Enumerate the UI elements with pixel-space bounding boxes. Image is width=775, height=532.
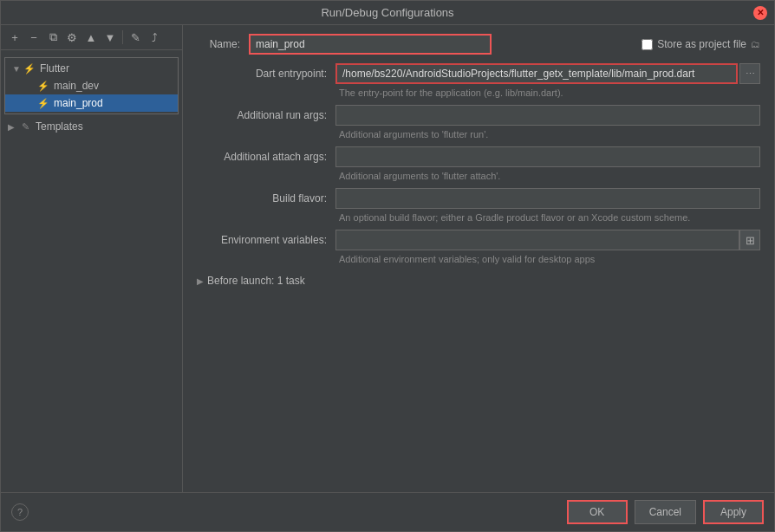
bottom-left: ? xyxy=(11,503,29,521)
left-panel: + − ⧉ ⚙ ▲ ▼ ✎ ⤴ ▼ ⚡ Flutter xyxy=(1,25,183,492)
flutter-group-label: Flutter xyxy=(40,62,69,75)
bottom-bar: ? OK Cancel Apply xyxy=(1,492,774,531)
tree-item-flutter[interactable]: ▼ ⚡ Flutter xyxy=(5,60,178,77)
env-variables-label: Environment variables: xyxy=(197,234,335,246)
remove-config-button[interactable]: − xyxy=(25,29,42,46)
main-area: + − ⧉ ⚙ ▲ ▼ ✎ ⤴ ▼ ⚡ Flutter xyxy=(1,25,774,492)
templates-arrow: ▶ xyxy=(8,122,18,132)
templates-icon: ✎ xyxy=(18,120,32,133)
move-down-button[interactable]: ▼ xyxy=(101,29,119,46)
env-variables-input[interactable] xyxy=(335,230,739,250)
name-input-wrapper: Store as project file 🗂 xyxy=(249,34,760,55)
name-row: Name: Store as project file 🗂 xyxy=(197,34,760,55)
store-as-project-row: Store as project file 🗂 xyxy=(641,38,760,50)
run-debug-configurations-dialog: Run/Debug Configurations ✕ + − ⧉ ⚙ ▲ ▼ ✎… xyxy=(0,0,775,532)
build-flavor-label: Build flavor: xyxy=(197,192,335,204)
env-variables-row: Environment variables: ⊞ xyxy=(197,230,760,250)
dart-entrypoint-input[interactable] xyxy=(335,63,738,84)
ok-button[interactable]: OK xyxy=(567,500,628,524)
flutter-group: ▼ ⚡ Flutter ⚡ main_dev ⚡ main_prod xyxy=(4,57,179,114)
build-flavor-input[interactable] xyxy=(335,188,760,209)
build-flavor-row: Build flavor: xyxy=(197,188,760,209)
tree-item-main-dev[interactable]: ⚡ main_dev xyxy=(5,77,178,94)
dart-icon-main-prod: ⚡ xyxy=(36,96,50,110)
settings-button[interactable]: ⚙ xyxy=(63,29,81,46)
help-button[interactable]: ? xyxy=(11,503,29,521)
env-variables-hint: Additional environment variables; only v… xyxy=(335,254,760,264)
additional-attach-args-input[interactable] xyxy=(335,146,760,167)
config-tree: ▼ ⚡ Flutter ⚡ main_dev ⚡ main_prod xyxy=(1,50,182,492)
toolbar: + − ⧉ ⚙ ▲ ▼ ✎ ⤴ xyxy=(1,25,182,50)
before-launch-label: Before launch: 1 task xyxy=(207,275,305,287)
apply-button[interactable]: Apply xyxy=(703,500,764,524)
right-panel: Name: Store as project file 🗂 Dart entry… xyxy=(183,25,774,492)
dart-entrypoint-input-wrapper: ⋯ xyxy=(335,63,760,84)
dart-entrypoint-browse-button[interactable]: ⋯ xyxy=(739,63,760,84)
edit-before-run-button[interactable]: ✎ xyxy=(127,29,144,46)
additional-run-args-label: Additional run args: xyxy=(197,109,335,121)
dart-entrypoint-row: Dart entrypoint: ⋯ xyxy=(197,63,760,84)
store-as-project-checkbox[interactable] xyxy=(641,39,653,50)
move-up-button[interactable]: ▲ xyxy=(82,29,100,46)
additional-attach-args-hint: Additional arguments to 'flutter attach'… xyxy=(335,171,760,181)
env-variables-browse-button[interactable]: ⊞ xyxy=(739,230,760,250)
tree-item-templates[interactable]: ▶ ✎ Templates xyxy=(1,118,182,135)
copy-config-button[interactable]: ⧉ xyxy=(44,29,62,46)
main-prod-label: main_prod xyxy=(54,97,103,109)
additional-attach-args-label: Additional attach args: xyxy=(197,151,335,163)
flutter-icon: ⚡ xyxy=(23,62,36,75)
templates-label: Templates xyxy=(36,120,83,133)
env-variables-input-wrapper: ⊞ xyxy=(335,230,760,250)
main-dev-label: main_dev xyxy=(54,80,99,92)
additional-attach-args-row: Additional attach args: xyxy=(197,146,760,167)
share-button[interactable]: ⤴ xyxy=(146,29,163,46)
additional-run-args-row: Additional run args: xyxy=(197,105,760,126)
dart-entrypoint-label: Dart entrypoint: xyxy=(197,68,335,80)
toolbar-divider xyxy=(122,30,123,44)
name-label: Name: xyxy=(197,38,249,50)
close-button[interactable]: ✕ xyxy=(753,6,767,20)
cancel-button[interactable]: Cancel xyxy=(635,500,696,524)
build-flavor-hint: An optional build flavor; either a Gradl… xyxy=(335,212,760,223)
dart-icon-main-dev: ⚡ xyxy=(36,79,50,93)
additional-run-args-input[interactable] xyxy=(335,105,760,126)
store-as-project-label: Store as project file xyxy=(657,38,746,50)
before-launch-section[interactable]: ▶ Before launch: 1 task xyxy=(197,271,760,290)
add-config-button[interactable]: + xyxy=(6,29,23,46)
flutter-arrow: ▼ xyxy=(12,64,23,74)
name-input[interactable] xyxy=(249,34,492,55)
tree-item-main-prod[interactable]: ⚡ main_prod xyxy=(5,94,178,112)
title-bar: Run/Debug Configurations ✕ xyxy=(1,1,774,25)
dart-entrypoint-hint: The entry-point for the application (e.g… xyxy=(335,88,760,98)
store-as-project-icon: 🗂 xyxy=(751,39,760,49)
before-launch-arrow: ▶ xyxy=(197,276,204,286)
dialog-title: Run/Debug Configurations xyxy=(321,6,453,19)
additional-run-args-hint: Additional arguments to 'flutter run'. xyxy=(335,129,760,139)
